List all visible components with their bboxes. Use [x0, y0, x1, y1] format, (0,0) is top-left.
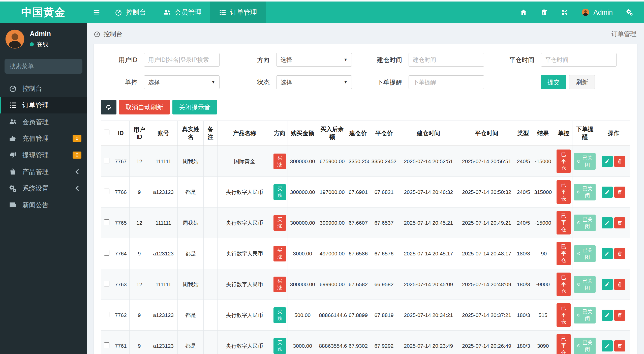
user-id-input[interactable]: [144, 53, 220, 67]
sidebar-item-orders[interactable]: 订单管理: [0, 97, 87, 113]
row-checkbox[interactable]: [104, 312, 109, 317]
user-menu[interactable]: Admin: [582, 9, 613, 16]
column-header: ID: [112, 121, 130, 146]
reload-table-button[interactable]: [101, 100, 116, 114]
refresh-button[interactable]: 刷新: [569, 75, 595, 89]
cell-amount: 3000.00: [288, 331, 317, 354]
cell-amount: 300000.00: [288, 146, 317, 177]
cell-alert: 已关闭: [572, 269, 597, 300]
cell-direction: 买涨: [272, 208, 288, 238]
direction-badge: 买跌: [273, 184, 286, 200]
sidebar-item-news[interactable]: 新闻公告: [0, 197, 87, 213]
cell-amount: 300000.00: [288, 177, 317, 208]
breadcrumb-left-label[interactable]: 控制台: [104, 30, 122, 38]
delete-button[interactable]: [614, 217, 625, 228]
pencil-icon: [604, 159, 610, 164]
caret-down-icon: ▼: [344, 80, 348, 84]
direction-badge: 买涨: [273, 277, 286, 292]
edit-button[interactable]: [602, 217, 613, 228]
sidebar-item-withdraw[interactable]: 提现管理0: [0, 147, 87, 163]
cell-amount: 300000.00: [288, 208, 317, 238]
row-checkbox[interactable]: [104, 158, 109, 163]
cell-balance: 675900.00: [317, 146, 347, 177]
sidebar-search-input[interactable]: [10, 63, 88, 70]
column-header: 建仓时间: [399, 121, 458, 146]
nav-tab-members[interactable]: 会员管理: [155, 2, 210, 23]
direction-label: 方向: [233, 56, 270, 64]
cancel-auto-refresh-button[interactable]: 取消自动刷新: [119, 100, 170, 114]
cell-direction: 买涨: [272, 238, 288, 269]
nav-tab-console[interactable]: 控制台: [106, 2, 155, 23]
edit-button[interactable]: [602, 279, 613, 290]
order-alert-badge: 已关闭: [574, 153, 596, 170]
cell-result: -15000: [531, 208, 555, 238]
row-checkbox[interactable]: [104, 281, 109, 286]
edit-button[interactable]: [602, 310, 613, 321]
row-checkbox[interactable]: [104, 250, 109, 256]
control-status-badge: 已平仓: [557, 273, 571, 296]
row-checkbox[interactable]: [104, 342, 109, 348]
cell-id: 7761: [112, 331, 130, 354]
gear-icon[interactable]: [626, 9, 633, 16]
delete-button[interactable]: [614, 340, 625, 351]
sidebar-item-console[interactable]: 控制台: [0, 80, 87, 97]
table-row: 776312111111周我姑央行数字人民币买涨300000.00699900.…: [101, 269, 630, 300]
fullscreen-icon[interactable]: [561, 9, 569, 16]
cell-open-time: 2025-07-14 20:45:09: [399, 269, 458, 300]
edit-button[interactable]: [602, 187, 613, 198]
column-header: 用户ID: [130, 121, 149, 146]
sidebar-item-label: 控制台: [22, 84, 42, 93]
cell-user-id: 12: [130, 208, 149, 238]
cell-close-time: 2025-07-14 20:26:49: [458, 331, 515, 354]
sidebar-user-status: 在线: [30, 40, 51, 48]
order-alert-badge: 已关闭: [574, 276, 596, 293]
close-time-input[interactable]: [541, 53, 617, 67]
cell-close-price: 3350.2452: [369, 146, 399, 177]
cell-control: 已平仓: [555, 146, 572, 177]
dashboard-icon: [94, 31, 101, 38]
cell-account: 111111: [149, 208, 178, 238]
edit-button[interactable]: [602, 340, 613, 351]
pencil-icon: [604, 343, 610, 349]
direction-select[interactable]: 选择 ▼: [276, 53, 352, 67]
sidebar-item-recharge[interactable]: 充值管理0: [0, 130, 87, 147]
breadcrumb: 控制台 订单管理: [87, 23, 644, 43]
dashboard-icon: [115, 9, 122, 16]
trash-icon: [617, 312, 623, 318]
order-alert-input[interactable]: [409, 75, 484, 89]
cell-close-price: 67.6576: [369, 238, 399, 269]
cell-actions: [597, 300, 630, 331]
sidebar-toggle-button[interactable]: [87, 2, 106, 23]
row-checkbox[interactable]: [104, 189, 109, 194]
cell-type: 180/3: [515, 269, 531, 300]
nav-tab-orders[interactable]: 订单管理: [210, 2, 266, 23]
cell-id: 7762: [112, 300, 130, 331]
delete-button[interactable]: [614, 279, 625, 290]
status-select[interactable]: 选择 ▼: [276, 75, 352, 89]
open-time-input[interactable]: [409, 53, 484, 67]
edit-button[interactable]: [602, 156, 613, 167]
delete-button[interactable]: [614, 156, 625, 167]
direction-badge: 买跌: [273, 338, 286, 354]
cell-real-name: 周我姑: [178, 269, 204, 300]
sidebar-item-members[interactable]: 会员管理: [0, 113, 87, 130]
row-checkbox[interactable]: [104, 219, 109, 225]
mute-sound-button[interactable]: 关闭提示音: [172, 100, 217, 114]
direction-badge: 买涨: [273, 154, 286, 169]
delete-button[interactable]: [614, 248, 625, 259]
submit-button[interactable]: 提交: [541, 75, 566, 89]
orders-table-body: 776712111111周我姑国际黄金买涨300000.00675900.003…: [101, 146, 630, 354]
edit-button[interactable]: [602, 248, 613, 259]
cell-alert: 已关闭: [572, 146, 597, 177]
home-icon[interactable]: [520, 9, 527, 16]
sidebar-item-products[interactable]: 产品管理: [0, 163, 87, 180]
cell-open-time: 2025-07-14 20:45:21: [399, 208, 458, 238]
select-all-checkbox[interactable]: [104, 130, 109, 135]
sidebar-item-settings[interactable]: 系统设置: [0, 180, 87, 197]
delete-button[interactable]: [614, 310, 625, 321]
trash-icon[interactable]: [540, 9, 548, 16]
cell-alert: 已关闭: [572, 177, 597, 208]
delete-button[interactable]: [614, 187, 625, 198]
control-select[interactable]: 选择 ▼: [144, 75, 220, 89]
cell-control: 已平仓: [555, 208, 572, 238]
